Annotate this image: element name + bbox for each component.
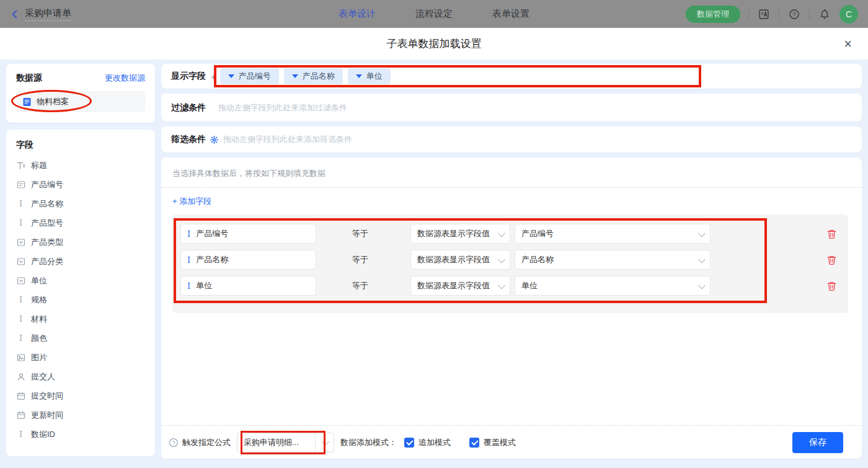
rule-field-box[interactable]: I 产品编号 <box>180 224 316 244</box>
dialog-title: 子表单数据加载设置 <box>387 37 482 51</box>
formula-label: 触发指定公式 <box>182 437 231 448</box>
bell-icon[interactable] <box>818 7 831 21</box>
add-field-button[interactable]: + 添加字段 <box>161 188 223 213</box>
save-button[interactable]: 保存 <box>792 432 843 453</box>
field-item-label: 单位 <box>31 275 47 286</box>
tab-form-setting[interactable]: 表单设置 <box>492 8 529 20</box>
field-item-label: 材料 <box>31 314 47 325</box>
chevron-down-icon <box>498 255 506 263</box>
tab-form-design[interactable]: 表单设计 <box>339 8 376 20</box>
close-icon[interactable]: × <box>844 37 852 51</box>
delete-rule-icon[interactable] <box>826 280 837 291</box>
delete-rule-icon[interactable] <box>826 254 837 265</box>
chevron-down-icon <box>698 229 706 237</box>
fields-list: 标题 产品编号 I 产品名称 I 产品型号 产品类型 <box>16 156 145 444</box>
rule-source-select[interactable]: 数据源表显示字段值 <box>410 250 510 270</box>
title-icon <box>16 161 25 170</box>
form-doc-icon <box>22 97 32 107</box>
user-avatar[interactable]: C <box>839 5 858 24</box>
display-field-tag[interactable]: 产品名称 <box>284 68 343 84</box>
divider <box>161 187 862 188</box>
rule-value-select[interactable]: 单位 <box>515 276 711 296</box>
text-icon: I <box>187 229 190 239</box>
append-mode-label: 追加模式 <box>418 437 451 448</box>
field-item-text[interactable]: I 产品名称 <box>16 194 145 213</box>
form-title[interactable]: 采购申请单 <box>25 7 71 21</box>
image-icon <box>16 353 25 362</box>
chevron-down-icon <box>498 281 506 289</box>
screen-condition-row[interactable]: 筛选条件 拖动左侧字段到此处来添加筛选条件 <box>161 126 862 152</box>
field-item-select[interactable]: 单位 <box>16 271 145 290</box>
field-item-label: 产品编号 <box>31 179 63 190</box>
field-item-serial[interactable]: 产品编号 <box>16 175 145 194</box>
field-item-date[interactable]: 更新时间 <box>16 405 145 425</box>
field-item-text[interactable]: I 颜色 <box>16 329 145 348</box>
topbar: 采购申请单 表单设计 流程设定 表单设置 数据管理 ? C <box>0 0 868 28</box>
datasource-item[interactable]: 物料档案 <box>16 91 145 112</box>
field-item-user[interactable]: 提交人 <box>16 367 145 386</box>
data-manage-button[interactable]: 数据管理 <box>686 6 740 23</box>
help-circle-icon[interactable]: ? <box>169 438 179 448</box>
field-item-label: 产品型号 <box>31 218 63 229</box>
display-field-tag[interactable]: 单位 <box>348 68 391 84</box>
user-icon <box>16 372 25 381</box>
rule-source-select[interactable]: 数据源表显示字段值 <box>410 276 510 296</box>
append-mode-checkbox[interactable] <box>404 438 414 448</box>
text-icon: I <box>16 218 25 227</box>
rule-value-select[interactable]: 产品编号 <box>515 224 711 244</box>
field-item-title[interactable]: 标题 <box>16 156 145 175</box>
text-icon: I <box>187 281 190 291</box>
gear-icon[interactable] <box>210 136 218 144</box>
add-display-field-icon[interactable]: + <box>211 71 216 82</box>
svg-text:?: ? <box>172 439 175 446</box>
tag-label: 单位 <box>366 71 383 82</box>
filter-condition-row[interactable]: 过滤条件 拖动左侧字段到此处来添加过滤条件 <box>161 94 862 121</box>
chevron-down-icon <box>498 229 506 237</box>
app-directory-icon[interactable] <box>757 7 771 21</box>
field-item-image[interactable]: 图片 <box>16 348 145 367</box>
rule-operator: 等于 <box>352 280 410 291</box>
svg-text:?: ? <box>792 11 795 17</box>
rule-field-label: 产品名称 <box>196 254 228 265</box>
fields-panel: 字段 标题 产品编号 I 产品名称 I 产品型号 <box>6 130 155 456</box>
rule-value-select[interactable]: 产品名称 <box>515 250 711 270</box>
back-icon[interactable] <box>10 9 20 19</box>
rule-field-box[interactable]: I 单位 <box>180 276 316 296</box>
field-item-label: 提交人 <box>31 371 55 382</box>
rule-field-box[interactable]: I 产品名称 <box>180 250 316 270</box>
dialog-header: 子表单数据加载设置 × <box>0 28 868 60</box>
field-item-label: 产品名称 <box>31 198 63 210</box>
formula-select[interactable]: 采购申请明细... <box>237 433 334 453</box>
text-icon: I <box>16 430 25 439</box>
field-item-label: 更新时间 <box>31 410 63 421</box>
change-datasource-link[interactable]: 更改数据源 <box>105 73 145 84</box>
display-field-tag[interactable]: 产品编号 <box>220 68 279 84</box>
screen-condition-label: 筛选条件 <box>171 134 206 145</box>
text-icon: I <box>16 295 25 304</box>
display-fields-row: 显示字段 + 产品编号 产品名称 单位 <box>161 64 862 89</box>
rule-row: I 产品编号 等于 数据源表显示字段值 产品编号 <box>180 224 837 244</box>
fields-title: 字段 <box>16 139 33 149</box>
field-item-text[interactable]: I 规格 <box>16 290 145 309</box>
field-item-label: 产品分类 <box>31 256 63 267</box>
rules-list: I 产品编号 等于 数据源表显示字段值 产品编号 <box>172 214 848 313</box>
display-fields-label: 显示字段 <box>171 71 206 82</box>
field-item-text[interactable]: I 材料 <box>16 309 145 329</box>
rule-source-select[interactable]: 数据源表显示字段值 <box>410 224 510 244</box>
help-icon[interactable]: ? <box>787 7 801 21</box>
field-item-text[interactable]: I 数据ID <box>16 425 145 444</box>
rule-field-label: 单位 <box>196 280 212 291</box>
filter-placeholder: 拖动左侧字段到此处来添加过滤条件 <box>218 102 347 113</box>
datasource-item-label: 物料档案 <box>37 96 69 107</box>
datasource-panel: 数据源 更改数据源 物料档案 <box>6 64 155 123</box>
field-item-date[interactable]: 提交时间 <box>16 386 145 405</box>
tag-label: 产品编号 <box>239 71 271 82</box>
tab-flow-setting[interactable]: 流程设定 <box>415 8 453 20</box>
field-item-text[interactable]: I 产品型号 <box>16 213 145 232</box>
chevron-down-icon <box>315 433 334 452</box>
field-item-select[interactable]: 产品分类 <box>16 252 145 271</box>
overwrite-mode-checkbox[interactable] <box>469 438 479 448</box>
rule-field-label: 产品编号 <box>196 228 228 239</box>
field-item-select[interactable]: 产品类型 <box>16 232 145 252</box>
delete-rule-icon[interactable] <box>826 228 837 239</box>
